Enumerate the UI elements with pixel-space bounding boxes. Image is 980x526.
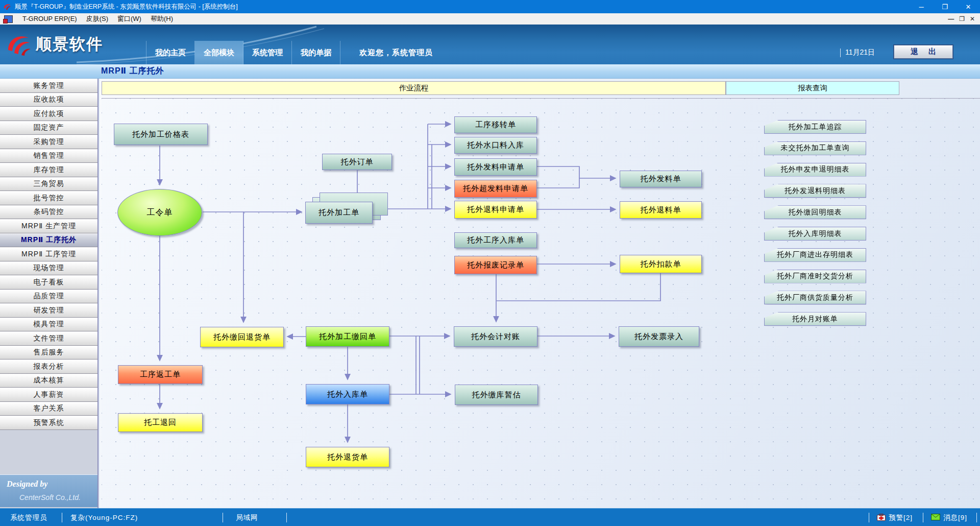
sidebar-item-3[interactable]: 固定资产 bbox=[0, 121, 97, 135]
sidebar-item-21[interactable]: 成本核算 bbox=[0, 374, 97, 388]
restore-icon[interactable]: ❐ bbox=[933, 0, 957, 13]
sidebar-item-5[interactable]: 销售管理 bbox=[0, 149, 97, 163]
report-button-7[interactable]: 托外厂商准时交货分析 bbox=[764, 270, 866, 283]
sidebar-item-10[interactable]: MRPⅡ 生产管理 bbox=[0, 219, 97, 233]
flow-node-scrap-record[interactable]: 托外报废记录单 bbox=[454, 256, 537, 274]
sidebar-item-22[interactable]: 人事薪资 bbox=[0, 388, 97, 402]
flow-node-submit-estimate[interactable]: 托外缴库暂估 bbox=[455, 385, 538, 405]
menu-item-2[interactable]: 窗口(W) bbox=[113, 15, 146, 22]
flow-section-header: 作业流程 bbox=[102, 81, 726, 95]
logout-button[interactable]: 退 出 bbox=[894, 45, 953, 59]
brand-name: 顺景软件 bbox=[36, 34, 103, 55]
message-icon[interactable] bbox=[931, 514, 940, 522]
sidebar-item-24[interactable]: 预警系统 bbox=[0, 416, 97, 430]
sidebar-item-23[interactable]: 客户关系 bbox=[0, 402, 97, 416]
flow-node-process-warehouse-in[interactable]: 托外工序入库单 bbox=[454, 232, 537, 248]
sidebar-item-2[interactable]: 应付款项 bbox=[0, 107, 97, 121]
mdi-restore-icon[interactable]: ❐ bbox=[959, 15, 965, 22]
flow-node-work-order[interactable]: 工令单 bbox=[117, 189, 202, 236]
flow-node-goods-return-note[interactable]: 托外退货单 bbox=[306, 447, 389, 467]
flow-node-warehouse-in-note[interactable]: 托外入库单 bbox=[306, 384, 389, 404]
sidebar-item-18[interactable]: 文件管理 bbox=[0, 331, 97, 346]
app-logo-icon bbox=[3, 3, 12, 11]
report-section-title: 报表查询 bbox=[798, 83, 827, 93]
report-button-6[interactable]: 托外厂商进出存明细表 bbox=[764, 248, 866, 262]
sidebar-item-20[interactable]: 报表分析 bbox=[0, 360, 97, 374]
sidebar-item-6[interactable]: 库存管理 bbox=[0, 163, 97, 177]
sidebar-item-0[interactable]: 账务管理 bbox=[0, 79, 97, 93]
alert-icon[interactable] bbox=[877, 514, 886, 522]
flow-node-process-submit-back[interactable]: 托外加工缴回单 bbox=[306, 326, 389, 347]
flow-node-return-request[interactable]: 托外退料申请单 bbox=[454, 201, 537, 219]
tab-3[interactable]: 我的单据 bbox=[292, 41, 340, 64]
sidebar-item-13[interactable]: 现场管理 bbox=[0, 261, 97, 276]
menu-items: T-GROUP ERP(E)皮肤(S)窗口(W)帮助(H) bbox=[18, 13, 178, 25]
sidebar-item-16[interactable]: 研发管理 bbox=[0, 303, 97, 318]
centersoft-text: CenterSoft Co.,Ltd. bbox=[19, 493, 81, 501]
close-icon[interactable]: ✕ bbox=[957, 0, 980, 13]
sidebar-item-14[interactable]: 电子看板 bbox=[0, 275, 97, 290]
designed-by-text: Designed by bbox=[7, 480, 47, 489]
report-button-2[interactable]: 托外申发申退明细表 bbox=[764, 163, 866, 177]
tab-1[interactable]: 全部模块 bbox=[195, 41, 243, 64]
sidebar-item-8[interactable]: 批号管控 bbox=[0, 191, 97, 205]
message-label[interactable]: 消息[9] bbox=[943, 509, 967, 526]
status-separator bbox=[976, 513, 977, 522]
flow-node-process-sheet[interactable]: 托外加工单 bbox=[305, 202, 373, 224]
status-separator bbox=[62, 513, 62, 522]
menu-item-1[interactable]: 皮肤(S) bbox=[82, 15, 113, 22]
date-divider bbox=[840, 49, 841, 57]
flow-node-over-issue-request[interactable]: 托外超发料申请单 bbox=[454, 180, 537, 198]
flow-node-outsource-order[interactable]: 托外订单 bbox=[322, 154, 392, 170]
sidebar-item-1[interactable]: 应收款项 bbox=[0, 93, 97, 107]
menu-bar: T-GROUP ERP(E)皮肤(S)窗口(W)帮助(H) — ❐ ✕ bbox=[0, 13, 980, 25]
report-button-5[interactable]: 托外入库明细表 bbox=[764, 227, 866, 241]
sidebar-item-17[interactable]: 模具管理 bbox=[0, 318, 97, 332]
flow-node-invoice-entry[interactable]: 托外发票录入 bbox=[619, 326, 699, 347]
sidebar-item-19[interactable]: 售后服务 bbox=[0, 346, 97, 360]
flow-node-outwork-return[interactable]: 托工退回 bbox=[118, 413, 203, 432]
status-separator bbox=[223, 513, 223, 522]
main-content: 作业流程 报表查询 托外加工价格表工令单托外订单托外加工单工序移转单托外水口料入… bbox=[100, 79, 980, 508]
sidebar-item-7[interactable]: 三角贸易 bbox=[0, 177, 97, 192]
flow-node-transfer-note[interactable]: 工序移转单 bbox=[454, 116, 537, 133]
menu-item-3[interactable]: 帮助(H) bbox=[146, 15, 178, 22]
report-button-8[interactable]: 托外厂商供货质量分析 bbox=[764, 291, 866, 304]
report-button-0[interactable]: 托外加工单追踪 bbox=[764, 120, 866, 134]
status-bar: 系统管理员 复杂(Young-PC:FZ) 局域网 预警[2] 消息[9] bbox=[0, 508, 980, 526]
mdi-close-icon[interactable]: ✕ bbox=[970, 15, 975, 22]
date-box: 11月21日 bbox=[840, 41, 875, 64]
welcome-text: 欢迎您，系统管理员 bbox=[359, 41, 433, 64]
report-button-1[interactable]: 未交托外加工单查询 bbox=[764, 141, 866, 155]
sidebar-item-4[interactable]: 采购管理 bbox=[0, 135, 97, 149]
flow-node-issue-request[interactable]: 托外发料申请单 bbox=[454, 158, 537, 176]
report-button-3[interactable]: 托外发退料明细表 bbox=[764, 184, 866, 198]
sidebar-item-15[interactable]: 品质管理 bbox=[0, 290, 97, 304]
sidebar-item-12[interactable]: MRPⅡ 工序管理 bbox=[0, 247, 97, 261]
tab-2[interactable]: 系统管理 bbox=[243, 41, 292, 64]
flow-node-sprue-material-in[interactable]: 托外水口料入库 bbox=[454, 137, 537, 154]
flow-node-deduction-note[interactable]: 托外扣款单 bbox=[620, 255, 702, 273]
report-button-4[interactable]: 托外缴回明细表 bbox=[764, 205, 866, 219]
status-user: 系统管理员 bbox=[10, 509, 47, 526]
flow-node-rework-note[interactable]: 工序返工单 bbox=[118, 365, 203, 384]
tab-0[interactable]: 我的主页 bbox=[146, 41, 195, 64]
nav-tabs: 我的主页全部模块系统管理我的单据 bbox=[146, 41, 340, 64]
alert-label[interactable]: 预警[2] bbox=[889, 509, 913, 526]
sidebar-item-9[interactable]: 条码管控 bbox=[0, 205, 97, 220]
status-host: 复杂(Young-PC:FZ) bbox=[70, 509, 138, 526]
menu-item-0[interactable]: T-GROUP ERP(E) bbox=[18, 15, 82, 22]
flow-node-price-list[interactable]: 托外加工价格表 bbox=[114, 124, 208, 145]
sidebar-item-11[interactable]: MRPⅡ 工序托外 bbox=[0, 233, 97, 248]
flow-node-submit-return-goods[interactable]: 托外缴回退货单 bbox=[200, 327, 284, 347]
flow-node-return-note[interactable]: 托外退料单 bbox=[620, 201, 702, 219]
flow-node-accounting-check[interactable]: 托外会计对账 bbox=[454, 326, 537, 347]
mdi-minimize-icon[interactable]: — bbox=[948, 15, 954, 22]
flow-node-issue-note[interactable]: 托外发料单 bbox=[620, 171, 702, 187]
status-separator bbox=[923, 513, 923, 522]
current-date: 11月21日 bbox=[845, 48, 875, 57]
report-button-9[interactable]: 托外月对账单 bbox=[764, 312, 866, 326]
page-title: MRPⅡ 工序托外 bbox=[101, 66, 164, 77]
page-title-strip: MRPⅡ 工序托外 bbox=[0, 64, 980, 79]
minimize-icon[interactable]: ─ bbox=[910, 0, 933, 13]
